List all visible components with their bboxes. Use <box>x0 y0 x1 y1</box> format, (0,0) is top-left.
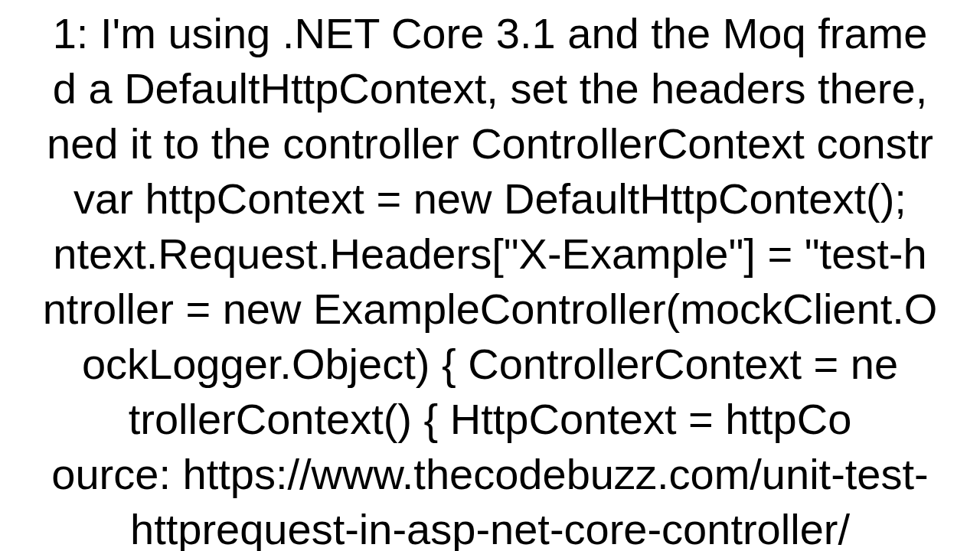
document-line-9: ource: https://www.thecodebuzz.com/unit-… <box>0 447 980 502</box>
document-line-2: d a DefaultHttpContext, set the headers … <box>0 61 980 116</box>
document-line-4: var httpContext = new DefaultHttpContext… <box>0 171 980 227</box>
document-line-3: ned it to the controller ControllerConte… <box>0 116 980 171</box>
document-line-5: ntext.Request.Headers["X-Example"] = "te… <box>0 227 980 282</box>
document-line-7: ockLogger.Object) { ControllerContext = … <box>0 337 980 392</box>
document-line-1: 1: I'm using .NET Core 3.1 and the Moq f… <box>0 6 980 61</box>
document-line-8: trollerContext() { HttpContext = httpCo <box>0 392 980 447</box>
document-line-10: httprequest-in-asp-net-core-controller/ <box>0 502 980 551</box>
document-line-6: ntroller = new ExampleController(mockCli… <box>0 282 980 337</box>
